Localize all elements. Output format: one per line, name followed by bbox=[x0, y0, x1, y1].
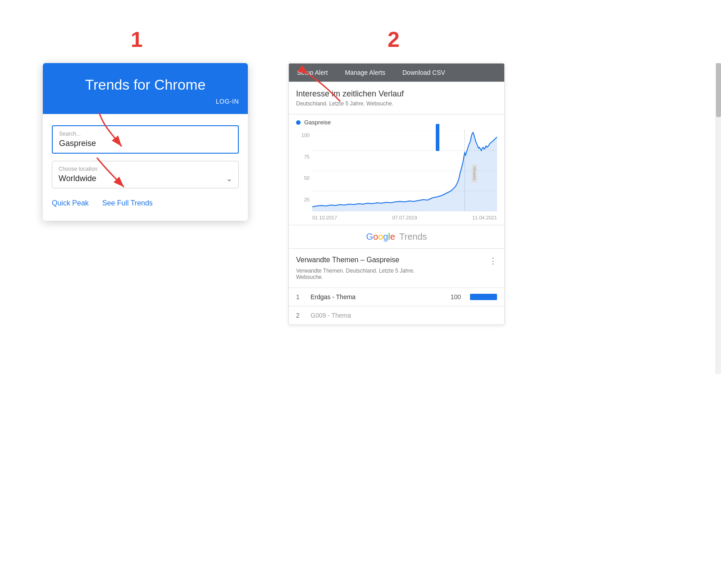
popup-title: Trends for Chrome bbox=[52, 77, 239, 93]
result-1-value: 100 bbox=[451, 293, 461, 301]
x-label-3: 11.04.2021 bbox=[472, 215, 497, 220]
step1-number: 1 bbox=[131, 27, 143, 52]
chevron-down-icon: ⌄ bbox=[226, 174, 232, 183]
result-row-1: 1 Erdgas - Thema 100 bbox=[289, 288, 504, 306]
legend-label: Gaspreise bbox=[304, 119, 331, 126]
result-1-label: Erdgas - Thema bbox=[310, 293, 445, 301]
verwandte-sub2: Websuche. bbox=[296, 274, 497, 280]
popup-header: Trends for Chrome LOG-IN bbox=[43, 63, 248, 114]
y-axis: 25 50 75 100 bbox=[296, 130, 310, 220]
logo-g2: g bbox=[383, 232, 388, 242]
tab-manage-alerts[interactable]: Manage Alerts bbox=[337, 64, 394, 82]
arrow1-icon bbox=[77, 108, 131, 153]
step2-number: 2 bbox=[388, 27, 400, 52]
result-1-num: 1 bbox=[296, 293, 305, 301]
google-trends-logo: Google Trends bbox=[366, 232, 427, 242]
chart-area: Gaspreise 25 50 75 100 bbox=[289, 114, 504, 225]
quick-peak-link[interactable]: Quick Peak bbox=[52, 199, 89, 207]
x-label-2: 07.07.2019 bbox=[392, 215, 417, 220]
login-button[interactable]: LOG-IN bbox=[52, 98, 239, 105]
y-label-75: 75 bbox=[296, 154, 310, 160]
blue-side-indicator bbox=[436, 124, 439, 151]
y-label-25: 25 bbox=[296, 197, 310, 202]
hinweis-label: Hinweis bbox=[472, 164, 477, 182]
verwandte-title: Verwandte Themen – Gaspreise bbox=[296, 256, 399, 264]
logo-o2: o bbox=[378, 232, 383, 242]
x-axis: 01.10.2017 07.07.2019 11.04.2021 bbox=[312, 215, 497, 220]
extension-popup: Trends for Chrome LOG-IN Search... Gaspr… bbox=[43, 63, 248, 221]
legend-dot bbox=[296, 120, 301, 125]
tab-download-csv[interactable]: Download CSV bbox=[394, 64, 453, 82]
logo-o1: o bbox=[373, 232, 378, 242]
chart-container: 25 50 75 100 bbox=[296, 130, 497, 220]
result-1-bar bbox=[470, 294, 497, 300]
result-2-num: 2 bbox=[296, 312, 305, 319]
arrow3-icon bbox=[300, 70, 345, 106]
action-links: Quick Peak See Full Trends bbox=[52, 199, 239, 207]
verwandte-header: Verwandte Themen – Gaspreise ⋮ bbox=[296, 256, 497, 266]
trend-chart-svg bbox=[312, 130, 497, 211]
google-trends-footer: Google Trends bbox=[289, 225, 504, 249]
see-full-trends-link[interactable]: See Full Trends bbox=[102, 199, 153, 207]
popup-body: Search... Gaspreise Choose location Worl… bbox=[43, 114, 248, 221]
x-label-1: 01.10.2017 bbox=[312, 215, 337, 220]
svg-marker-8 bbox=[312, 132, 497, 211]
scrollbar[interactable] bbox=[716, 63, 721, 374]
chart-svg-wrapper: Hinweis bbox=[312, 130, 497, 211]
verwandte-section: Verwandte Themen – Gaspreise ⋮ Verwandte… bbox=[289, 249, 504, 288]
trends-text: Trends bbox=[397, 232, 427, 242]
result-2-partial: G009 - Thema bbox=[310, 312, 351, 319]
logo-e: e bbox=[390, 232, 395, 242]
arrow2-icon bbox=[79, 153, 133, 194]
logo-g: G bbox=[366, 232, 373, 242]
verwandte-sub1: Verwandte Themen. Deutschland. Letzte 5 … bbox=[296, 268, 497, 274]
y-label-100: 100 bbox=[296, 132, 310, 138]
y-label-50: 50 bbox=[296, 175, 310, 181]
more-options-icon[interactable]: ⋮ bbox=[489, 256, 497, 266]
result-row-2: 2 G009 - Thema bbox=[289, 306, 504, 324]
scrollbar-thumb[interactable] bbox=[716, 63, 721, 117]
chart-legend: Gaspreise bbox=[296, 119, 497, 126]
